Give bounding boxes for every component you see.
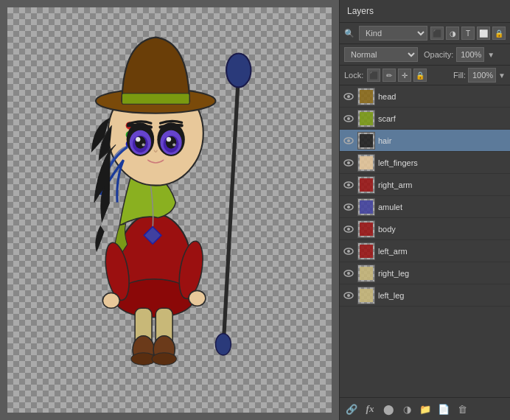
svg-point-44 <box>347 183 350 186</box>
canvas-area <box>0 0 339 420</box>
layer-name-label: head <box>378 92 507 101</box>
visibility-icon[interactable] <box>343 245 354 257</box>
canvas-inner <box>7 7 332 413</box>
svg-point-54 <box>347 294 350 297</box>
layer-item[interactable]: body <box>340 218 510 240</box>
lock-row: Lock: ⬛ ✏ ✛ 🔒 Fill: ▼ <box>340 66 510 85</box>
layer-thumbnail <box>357 242 375 260</box>
layer-thumbnail <box>357 287 375 304</box>
filter-shape-btn[interactable]: ⬜ <box>477 27 490 40</box>
visibility-icon[interactable] <box>343 113 354 125</box>
svg-point-40 <box>347 139 350 142</box>
layer-thumbnail <box>357 132 375 150</box>
layer-thumbnail <box>357 220 375 238</box>
fill-label: Fill: <box>453 71 466 80</box>
visibility-icon[interactable] <box>343 157 354 169</box>
lock-image-btn[interactable]: ✏ <box>382 69 396 82</box>
layer-name-label: left_arm <box>378 247 507 256</box>
blend-row: Normal Opacity: ▼ <box>340 44 510 66</box>
layer-name-label: hair <box>378 136 507 145</box>
opacity-arrow[interactable]: ▼ <box>487 51 495 59</box>
layers-list: headscarfhairleft_fingersright_armamulet… <box>340 85 510 397</box>
layer-item[interactable]: hair <box>340 130 510 152</box>
opacity-label: Opacity: <box>424 50 453 59</box>
filter-select[interactable]: Kind <box>359 26 427 41</box>
layer-item[interactable]: left_leg <box>340 284 510 307</box>
svg-point-28 <box>142 143 145 146</box>
visibility-icon[interactable] <box>343 267 354 279</box>
svg-point-36 <box>347 95 350 98</box>
svg-point-46 <box>347 206 350 209</box>
layer-item[interactable]: left_arm <box>340 240 510 262</box>
layer-name-label: left_leg <box>378 291 507 300</box>
svg-point-42 <box>347 161 350 164</box>
link-button[interactable]: 🔗 <box>344 402 359 416</box>
svg-point-1 <box>226 54 251 88</box>
layer-item[interactable]: right_arm <box>340 174 510 196</box>
layer-name-label: scarf <box>378 114 507 123</box>
layer-thumbnail <box>357 88 375 105</box>
lock-all-btn[interactable]: 🔒 <box>413 69 427 82</box>
layer-item[interactable]: right_leg <box>340 262 510 284</box>
new-layer-button[interactable]: 📄 <box>436 402 451 416</box>
svg-rect-19 <box>122 94 189 105</box>
svg-point-15 <box>152 353 176 365</box>
filter-row: 🔍 Kind ⬛ ◑ T ⬜ 🔒 <box>340 23 510 44</box>
character-illustration <box>52 26 287 394</box>
filter-text-btn[interactable]: T <box>461 27 475 40</box>
layer-name-label: right_leg <box>378 269 507 278</box>
filter-icons: ⬛ ◑ T ⬜ 🔒 <box>430 27 506 40</box>
layer-name-label: left_fingers <box>378 158 507 167</box>
layer-thumbnail <box>357 198 375 216</box>
fx-button[interactable]: fx <box>363 402 377 416</box>
lock-label: Lock: <box>344 71 363 80</box>
svg-point-33 <box>167 137 171 141</box>
layer-item[interactable]: amulet <box>340 196 510 218</box>
filter-icon: 🔍 <box>344 29 354 38</box>
svg-point-8 <box>102 293 119 309</box>
svg-point-50 <box>347 250 350 253</box>
svg-point-52 <box>347 272 350 275</box>
filter-pixel-btn[interactable]: ⬛ <box>430 27 444 40</box>
svg-point-34 <box>172 143 175 146</box>
layer-item[interactable]: left_fingers <box>340 152 510 174</box>
mask-button[interactable]: ⬤ <box>381 402 396 416</box>
delete-button[interactable]: 🗑 <box>455 402 469 416</box>
layer-name-label: body <box>378 225 507 234</box>
layer-name-label: amulet <box>378 203 507 211</box>
svg-point-2 <box>216 334 231 355</box>
layer-item[interactable]: scarf <box>340 108 510 130</box>
panel-title: Layers <box>347 6 374 16</box>
svg-point-27 <box>136 137 140 141</box>
filter-smart-btn[interactable]: 🔒 <box>492 27 506 40</box>
svg-line-0 <box>223 72 239 349</box>
lock-pixels-btn[interactable]: ⬛ <box>367 69 380 82</box>
visibility-icon[interactable] <box>343 201 354 213</box>
visibility-icon[interactable] <box>343 91 354 102</box>
layer-name-label: right_arm <box>378 181 507 189</box>
layers-panel: Layers 🔍 Kind ⬛ ◑ T ⬜ 🔒 Normal Opacity: … <box>339 0 510 420</box>
visibility-icon[interactable] <box>343 290 354 301</box>
visibility-icon[interactable] <box>343 223 354 235</box>
fill-arrow[interactable]: ▼ <box>498 71 506 80</box>
adjustment-button[interactable]: ◑ <box>399 402 414 416</box>
svg-point-9 <box>189 290 206 306</box>
layer-thumbnail <box>357 110 375 127</box>
panel-header: Layers <box>340 0 510 23</box>
layer-thumbnail <box>357 265 375 282</box>
layer-item[interactable]: head <box>340 85 510 108</box>
group-button[interactable]: 📁 <box>418 402 433 416</box>
opacity-input[interactable] <box>456 47 484 62</box>
svg-point-38 <box>347 117 350 120</box>
visibility-icon[interactable] <box>343 135 354 147</box>
lock-position-btn[interactable]: ✛ <box>398 69 411 82</box>
svg-point-48 <box>347 228 350 231</box>
layer-thumbnail <box>357 154 375 172</box>
visibility-icon[interactable] <box>343 179 354 191</box>
filter-adjust-btn[interactable]: ◑ <box>446 27 459 40</box>
blend-mode-select[interactable]: Normal <box>344 47 418 62</box>
panel-footer: 🔗 fx ⬤ ◑ 📁 📄 🗑 <box>340 397 510 420</box>
layer-thumbnail <box>357 176 375 194</box>
fill-input[interactable] <box>468 68 496 83</box>
